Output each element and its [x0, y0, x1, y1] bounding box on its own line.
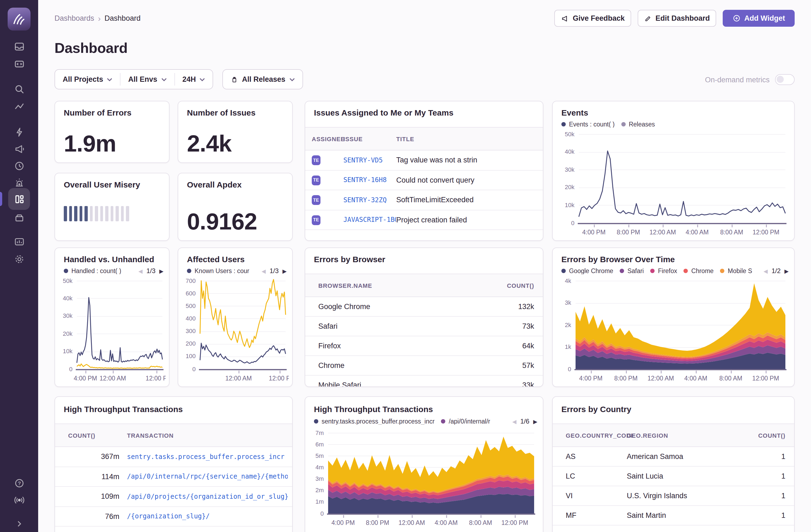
- legend-label: Google Chrome: [569, 268, 613, 274]
- widget-handled-vs-unhandled: Handled vs. Unhandled Handled : count( )…: [55, 247, 169, 387]
- pagination-next-icon[interactable]: ▶: [784, 268, 789, 274]
- pagination-prev-icon[interactable]: ◀: [262, 268, 266, 274]
- count-value: 1: [755, 511, 785, 519]
- big-number-value: 2.4k: [187, 130, 231, 157]
- column-header-transaction[interactable]: TRANSACTION: [127, 432, 288, 439]
- transaction-link[interactable]: /api/0/internal/rpc/{service_name}/{meth…: [127, 473, 288, 481]
- transaction-link[interactable]: sentry.tasks.process_buffer.process_incr: [127, 453, 288, 460]
- legend-dot-icon: [314, 419, 318, 424]
- legend-item[interactable]: Releases: [621, 121, 655, 127]
- issue-link[interactable]: SENTRY-16H8: [343, 176, 396, 184]
- chart-canvas: [58, 277, 166, 384]
- transaction-link[interactable]: /api/0/projects/{organization_id_or_slug…: [127, 493, 288, 500]
- legend-item[interactable]: Handled : count( ): [64, 268, 121, 274]
- sidebar-item-releases[interactable]: [8, 206, 30, 228]
- sidebar-item-explore[interactable]: [8, 53, 30, 75]
- on-demand-metrics: On-demand metrics: [705, 74, 795, 85]
- time-range-label: 24H: [182, 75, 196, 83]
- pagination-next-icon[interactable]: ▶: [282, 268, 287, 274]
- country-code: LC: [566, 472, 627, 480]
- search-icon: [13, 83, 25, 94]
- sidebar-collapse-button[interactable]: [8, 513, 30, 532]
- column-header-assignee[interactable]: ASSIGNEE: [312, 135, 343, 142]
- legend-item[interactable]: Events : count( ): [561, 121, 614, 127]
- legend-item[interactable]: Chrome: [684, 268, 714, 274]
- pagination-prev-icon[interactable]: ◀: [138, 268, 142, 274]
- high-throughput-chart[interactable]: 01m2m3m4m5m6m7m4:00 PM8:00 PM12:00 AM4:0…: [309, 429, 537, 529]
- misery-bar-empty: [110, 206, 113, 221]
- column-header-title[interactable]: TITLE: [396, 135, 537, 142]
- add-widget-button[interactable]: Add Widget: [723, 10, 795, 27]
- sidebar-item-whats-new[interactable]: [8, 489, 30, 511]
- pagination-prev-icon[interactable]: ◀: [764, 268, 768, 274]
- transaction-link[interactable]: /{organization_slug}/: [127, 513, 288, 520]
- chart-canvas: [557, 131, 789, 238]
- issue-row: TEJAVASCRIPT-1BG2Project creation failed: [305, 210, 543, 230]
- widget-title: Errors by Country: [561, 405, 786, 414]
- sidebar-item-traces[interactable]: [8, 95, 30, 117]
- active-indicator: [0, 192, 2, 206]
- issue-link[interactable]: JAVASCRIPT-1BG2: [343, 216, 396, 224]
- country-code: MF: [566, 511, 627, 519]
- pagination-next-icon[interactable]: ▶: [159, 268, 164, 274]
- table-header: ASSIGNEE ISSUE TITLE: [305, 127, 543, 150]
- column-header-country-code[interactable]: GEO.COUNTRY_CODE: [566, 432, 627, 439]
- widget-pagination: ◀ 1/3 ▶: [138, 267, 164, 275]
- errors-by-browser-chart[interactable]: 01k2k3k4k4:00 PM8:00 PM12:00 AM4:00 AM8:…: [557, 277, 789, 384]
- assignee-avatar[interactable]: TE: [312, 175, 320, 185]
- misery-bar-empty: [126, 206, 129, 221]
- issue-link[interactable]: SENTRY-VD5: [343, 156, 396, 164]
- sidebar-item-settings[interactable]: [8, 248, 30, 270]
- legend-dot-icon: [620, 269, 624, 273]
- breadcrumb-dashboards-link[interactable]: Dashboards: [55, 14, 94, 22]
- environment-filter[interactable]: All Envs: [121, 70, 174, 89]
- legend-item[interactable]: Firefox: [650, 268, 677, 274]
- legend-label: Mobile S: [728, 268, 752, 274]
- release-filter[interactable]: All Releases: [223, 69, 303, 89]
- column-header-count[interactable]: COUNT(): [491, 282, 534, 289]
- gear-icon: [13, 253, 25, 265]
- issue-link[interactable]: SENTRY-32ZQ: [343, 196, 396, 204]
- legend-item[interactable]: Google Chrome: [561, 268, 613, 274]
- pagination-next-icon[interactable]: ▶: [533, 419, 537, 424]
- column-header-browser-name[interactable]: BROWSER.NAME: [318, 282, 491, 289]
- on-demand-metrics-toggle[interactable]: [775, 74, 795, 85]
- sentry-logo[interactable]: [7, 7, 31, 31]
- affected-users-chart[interactable]: 010020030040050060070012:00 AM12:00 P: [182, 277, 289, 384]
- assignee-avatar[interactable]: TE: [312, 195, 320, 205]
- legend-label: Chrome: [691, 268, 714, 274]
- legend-item[interactable]: /api/0/internal/r: [441, 418, 490, 425]
- chart-canvas: [182, 277, 289, 384]
- archive-box-icon: [13, 211, 25, 223]
- misery-bar-filled: [69, 206, 72, 221]
- misery-bar-empty: [100, 206, 103, 221]
- legend-item[interactable]: Safari: [620, 268, 644, 274]
- assignee-avatar[interactable]: TE: [312, 155, 320, 165]
- events-chart[interactable]: 010k20k30k40k50k4:00 PM8:00 PM12:00 AM4:…: [557, 131, 789, 238]
- widget-number-of-errors: Number of Errors 1.9m: [55, 101, 169, 163]
- widget-pagination: ◀ 1/3 ▶: [262, 267, 287, 275]
- legend-item[interactable]: Known Users : cour: [187, 268, 249, 274]
- column-header-region[interactable]: GEO.REGION: [627, 432, 755, 439]
- time-range-filter[interactable]: 24H: [175, 70, 213, 89]
- legend-label: sentry.tasks.process_buffer.process_incr: [322, 418, 435, 425]
- legend-item[interactable]: sentry.tasks.process_buffer.process_incr: [314, 418, 435, 425]
- sidebar: ?: [0, 0, 38, 532]
- table-body: Google Chrome132kSafari73kFirefox64kChro…: [305, 297, 543, 387]
- x-axis-tick-label: 12:00 P: [255, 375, 289, 382]
- pagination-prev-icon[interactable]: ◀: [512, 419, 516, 424]
- assignee-avatar[interactable]: TE: [312, 215, 320, 225]
- legend-item[interactable]: Mobile S: [720, 268, 752, 274]
- widget-overall-apdex: Overall Apdex 0.9162: [178, 173, 293, 241]
- table-row: LCSaint Lucia1: [553, 467, 794, 486]
- edit-dashboard-label: Edit Dashboard: [655, 14, 710, 22]
- count-value: 76m: [68, 512, 119, 520]
- handled-chart[interactable]: 010k20k30k40k50k4:00 PM12:00 AM12:00 P: [58, 277, 166, 384]
- project-filter[interactable]: All Projects: [55, 70, 120, 89]
- column-header-issue[interactable]: ISSUE: [343, 135, 396, 142]
- legend-dot-icon: [650, 269, 655, 273]
- edit-dashboard-button[interactable]: Edit Dashboard: [638, 10, 716, 27]
- give-feedback-button[interactable]: Give Feedback: [554, 10, 631, 27]
- column-header-count[interactable]: COUNT(): [755, 432, 785, 439]
- column-header-count[interactable]: COUNT(): [68, 432, 119, 439]
